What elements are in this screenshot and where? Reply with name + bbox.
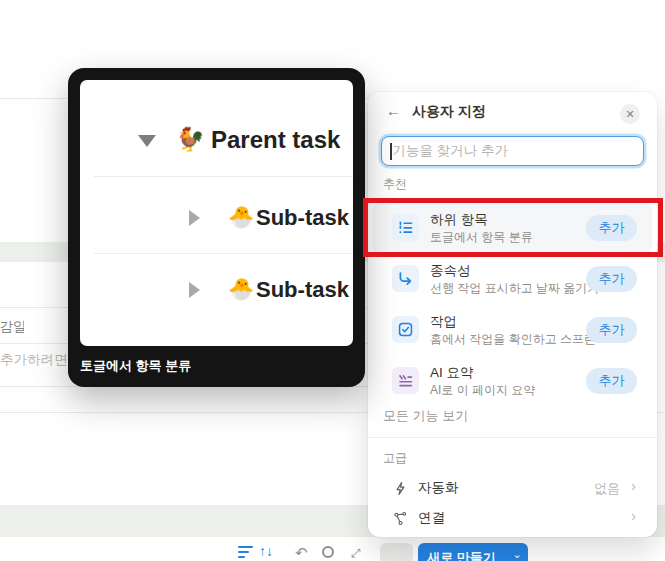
panel-title: 사용자 지정 xyxy=(412,103,486,121)
automation-label: 자동화 xyxy=(418,479,459,497)
automation-value: 없음 xyxy=(594,480,620,498)
chick-emoji-icon: 🐣 xyxy=(228,206,254,227)
automation-row[interactable]: 자동화 없음 › xyxy=(373,473,652,503)
feature-row-dependency[interactable]: 종속성 선행 작업 표시하고 날짜 옮기기 추가 xyxy=(373,254,652,304)
feature-row-subitems[interactable]: 하위 항목 토글에서 항목 분류 추가 xyxy=(373,203,652,253)
divider xyxy=(94,253,353,254)
preview-content: 🐓 Parent task 🐣 Sub-task 🐣 Sub-task xyxy=(80,80,353,346)
divider xyxy=(94,176,353,177)
feature-row-tasks[interactable]: 작업 홈에서 작업을 확인하고 스프린... 추가 xyxy=(373,305,652,355)
feature-search-input[interactable]: 기능을 찾거나 추가 xyxy=(381,136,644,166)
divider xyxy=(368,437,657,438)
add-property-hint: 추가하려면 클릭 xyxy=(0,351,69,369)
panel-header: ← 사용자 지정 ✕ xyxy=(368,92,657,132)
feature-row-ai-summary[interactable]: AI 요약 AI로 이 페이지 요약 추가 xyxy=(373,356,652,406)
feature-subtitle: 홈에서 작업을 확인하고 스프린... xyxy=(430,331,606,348)
more-button[interactable] xyxy=(380,543,413,561)
sort-icon[interactable]: ↑↓ xyxy=(259,543,273,559)
feature-title: AI 요약 xyxy=(430,364,474,382)
connections-row[interactable]: 연결 › xyxy=(373,503,652,533)
chevron-down-icon[interactable]: ⌄ xyxy=(506,543,528,561)
sub-task-title: Sub-task xyxy=(256,277,349,303)
connections-label: 연결 xyxy=(418,509,445,527)
feature-title: 하위 항목 xyxy=(430,211,488,229)
ai-summary-icon xyxy=(392,367,419,394)
section-label-recommend: 추천 xyxy=(383,176,407,193)
back-arrow-icon[interactable]: ← xyxy=(386,102,401,119)
new-item-button-label: 새로 만들기 xyxy=(418,543,505,561)
expand-icon[interactable]: ⤢ xyxy=(351,546,361,560)
property-label-due: 마감일 xyxy=(0,318,24,336)
app-canvas: 마감일 추가하려면 클릭 ↑↓ ↶ ⤢ 새로 만들기 ⌄ 🐓 Parent ta… xyxy=(0,0,665,561)
customize-panel: ← 사용자 지정 ✕ 기능을 찾거나 추가 추천 xyxy=(368,92,657,537)
feature-subtitle: AI로 이 페이지 요약 xyxy=(430,382,535,399)
feature-subtitle: 토글에서 항목 분류 xyxy=(430,229,533,246)
toggle-open-icon[interactable] xyxy=(138,135,156,147)
undo-icon[interactable]: ↶ xyxy=(295,544,308,561)
dependency-icon xyxy=(392,265,419,292)
add-button[interactable]: 추가 xyxy=(586,266,637,292)
add-button[interactable]: 추가 xyxy=(586,368,637,394)
search-placeholder: 기능을 찾거나 추가 xyxy=(393,142,509,160)
preview-caption: 토글에서 항목 분류 xyxy=(80,357,191,375)
feature-subtitle: 선행 작업 표시하고 날짜 옮기기 xyxy=(430,280,599,297)
view-all-features-link[interactable]: 모든 기능 보기 xyxy=(383,407,468,425)
toggle-closed-icon[interactable] xyxy=(189,282,200,298)
chick-emoji-icon: 🐣 xyxy=(228,278,254,299)
sub-task-title: Sub-task xyxy=(256,205,349,231)
subitem-icon xyxy=(392,214,419,241)
parent-task-title: Parent task xyxy=(211,126,340,154)
close-icon[interactable]: ✕ xyxy=(620,104,640,124)
task-checkbox-icon xyxy=(392,316,419,343)
feature-title: 종속성 xyxy=(430,262,471,280)
chevron-right-icon: › xyxy=(631,508,636,524)
search-icon[interactable] xyxy=(322,546,334,558)
toggle-closed-icon[interactable] xyxy=(189,210,200,226)
chevron-right-icon: › xyxy=(631,478,636,494)
rooster-emoji-icon: 🐓 xyxy=(176,128,205,151)
section-label-advanced: 고급 xyxy=(383,450,407,467)
lightning-icon xyxy=(390,478,410,498)
add-button[interactable]: 추가 xyxy=(586,317,637,343)
new-item-button[interactable]: 새로 만들기 ⌄ xyxy=(418,543,528,561)
add-button[interactable]: 추가 xyxy=(586,215,637,241)
filter-icon[interactable] xyxy=(238,546,253,561)
text-cursor xyxy=(390,143,392,160)
feature-preview-card: 🐓 Parent task 🐣 Sub-task 🐣 Sub-task 토글에서… xyxy=(68,68,365,387)
connections-icon xyxy=(390,508,410,528)
feature-title: 작업 xyxy=(430,313,457,331)
